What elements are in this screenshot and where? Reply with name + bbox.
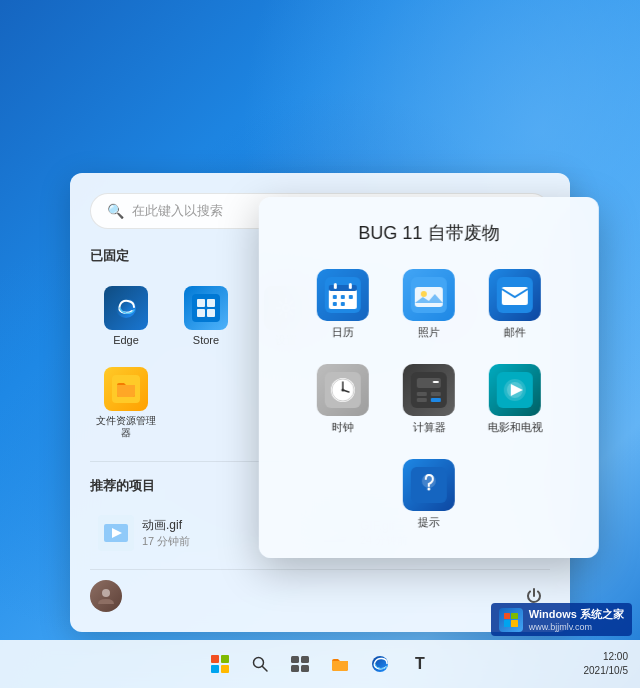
calendar-icon: [317, 269, 369, 321]
taskbar-search-button[interactable]: [242, 646, 278, 682]
svg-rect-36: [341, 302, 345, 306]
svg-rect-33: [341, 295, 345, 299]
svg-rect-65: [301, 656, 309, 663]
explorer-icon: [104, 367, 148, 411]
svg-rect-34: [349, 295, 353, 299]
svg-rect-52: [417, 398, 427, 402]
svg-point-47: [341, 389, 344, 392]
win-sq-2: [221, 655, 229, 663]
search-icon: 🔍: [107, 203, 124, 219]
edge-icon: [104, 286, 148, 330]
clock-icon: [317, 364, 369, 416]
movies-icon: [489, 364, 541, 416]
pinned-app-explorer[interactable]: 文件资源管理器: [90, 361, 162, 445]
taskbar-typora-button[interactable]: T: [402, 646, 438, 682]
badge-title: Windows 系统之家: [529, 607, 624, 622]
win-sq-3: [211, 665, 219, 673]
folder-app-calendar[interactable]: 日历: [308, 265, 378, 344]
start-button[interactable]: [202, 646, 238, 682]
folder-title: BUG 11 自带废物: [283, 221, 575, 245]
folder-apps-grid: 日历 照片 邮件: [283, 265, 575, 534]
svg-rect-67: [301, 665, 309, 672]
donghua-thumb: [98, 515, 134, 551]
svg-rect-66: [291, 665, 299, 672]
folder-app-photos[interactable]: 照片: [394, 265, 464, 344]
badge-icon: [499, 608, 523, 632]
explorer-label: 文件资源管理器: [94, 415, 158, 439]
svg-point-26: [102, 589, 110, 597]
folder-app-mail[interactable]: 邮件: [480, 265, 550, 344]
mail-label: 邮件: [504, 325, 526, 340]
svg-line-63: [263, 667, 268, 672]
photos-label: 照片: [418, 325, 440, 340]
pinned-app-edge[interactable]: Edge: [90, 280, 162, 353]
taskbar-explorer-icon: [330, 654, 350, 674]
taskbar-taskview-button[interactable]: [282, 646, 318, 682]
calc-icon: [403, 364, 455, 416]
svg-rect-31: [349, 283, 352, 289]
movies-label: 电影和电视: [487, 420, 542, 435]
badge-win-logo: [504, 613, 518, 627]
avatar: [90, 580, 122, 612]
win-badge: Windows 系统之家 www.bjjmlv.com: [491, 603, 632, 636]
folder-app-movies[interactable]: 电影和电视: [480, 360, 550, 439]
svg-rect-1: [192, 294, 220, 322]
win-sq-4: [221, 665, 229, 673]
photos-icon: [403, 269, 455, 321]
pinned-title: 已固定: [90, 247, 129, 265]
store-icon: [184, 286, 228, 330]
calendar-label: 日历: [332, 325, 354, 340]
svg-rect-53: [431, 398, 441, 402]
taskbar-right: 12:00 2021/10/5: [584, 650, 629, 678]
badge-url: www.bjjmlv.com: [529, 622, 624, 632]
svg-rect-51: [431, 392, 441, 396]
user-area: [90, 569, 550, 612]
store-label: Store: [193, 334, 219, 347]
svg-rect-32: [333, 295, 337, 299]
tips-label: 提示: [418, 515, 440, 530]
svg-rect-5: [207, 309, 215, 317]
tips-icon: [403, 459, 455, 511]
folder-popup: BUG 11 自带废物 日历: [259, 197, 599, 558]
taskbar-explorer-button[interactable]: [322, 646, 358, 682]
sys-time-date[interactable]: 12:00 2021/10/5: [584, 650, 629, 678]
mail-icon: [489, 269, 541, 321]
svg-rect-38: [415, 287, 443, 307]
svg-rect-64: [291, 656, 299, 663]
svg-rect-54: [433, 381, 439, 383]
svg-point-61: [427, 488, 430, 491]
sys-date: 2021/10/5: [584, 664, 629, 678]
taskbar-edge-icon: [370, 654, 390, 674]
svg-rect-35: [333, 302, 337, 306]
svg-rect-50: [417, 392, 427, 396]
edge-label: Edge: [113, 334, 139, 347]
calc-label: 计算器: [412, 420, 445, 435]
taskbar: T 12:00 2021/10/5: [0, 640, 640, 688]
taskbar-search-icon: [251, 655, 269, 673]
taskbar-edge-button[interactable]: [362, 646, 398, 682]
pinned-app-store[interactable]: Store: [170, 280, 242, 353]
sys-time: 12:00: [584, 650, 629, 664]
svg-point-39: [421, 291, 427, 297]
taskbar-center: T: [202, 646, 438, 682]
taskbar-taskview-icon: [290, 655, 310, 673]
badge-content: Windows 系统之家 www.bjjmlv.com: [529, 607, 624, 632]
windows-logo: [211, 655, 229, 673]
folder-app-calc[interactable]: 计算器: [394, 360, 464, 439]
svg-rect-30: [334, 283, 337, 289]
svg-rect-29: [329, 285, 357, 291]
search-placeholder: 在此键入以搜索: [132, 202, 223, 220]
clock-label: 时钟: [332, 420, 354, 435]
svg-rect-3: [207, 299, 215, 307]
folder-app-clock[interactable]: 时钟: [308, 360, 378, 439]
svg-rect-4: [197, 309, 205, 317]
svg-rect-2: [197, 299, 205, 307]
recommended-title: 推荐的项目: [90, 477, 155, 495]
user-info[interactable]: [90, 580, 130, 612]
folder-app-tips[interactable]: 提示: [394, 455, 464, 534]
win-sq-1: [211, 655, 219, 663]
svg-rect-48: [411, 372, 447, 408]
